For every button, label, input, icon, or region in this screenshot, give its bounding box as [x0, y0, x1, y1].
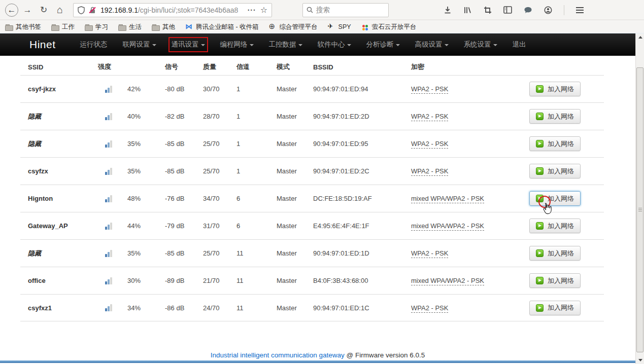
bookmark-item[interactable]: 工作 — [51, 23, 75, 31]
bookmark-item[interactable]: 其他书签 — [5, 23, 41, 31]
channel-value: 11 — [236, 249, 277, 257]
bookmark-label: SPY — [338, 23, 351, 30]
scrollbar-thumb[interactable] — [636, 67, 643, 352]
mode-value: Master — [277, 167, 313, 175]
forward-button[interactable]: → — [20, 3, 35, 17]
crop-icon[interactable] — [484, 6, 492, 14]
encryption-link[interactable]: WPA2 - PSK — [411, 113, 448, 121]
encryption-link[interactable]: mixed WPA/WPA2 - PSK — [411, 222, 484, 231]
search-icon — [307, 7, 313, 13]
join-network-button[interactable]: 加入网络 — [529, 246, 581, 261]
nav-menu-label: 编程网络 — [220, 40, 248, 49]
join-network-button[interactable]: 加入网络 — [529, 109, 581, 124]
sidebar-icon[interactable] — [503, 6, 512, 14]
mail-icon — [185, 24, 193, 30]
footer-divider — [0, 360, 635, 363]
join-network-button[interactable]: 加入网络 — [529, 219, 581, 233]
globe-icon — [269, 24, 277, 30]
nav-menu-item[interactable]: 高级设置 — [415, 40, 449, 49]
nav-menu-item[interactable]: 软件中心 — [318, 40, 351, 49]
bookmark-item[interactable]: 学习 — [85, 23, 108, 31]
nav-menu-item[interactable]: 编程网络 — [220, 40, 254, 49]
ssid-label: 隐藏 — [28, 140, 41, 148]
encryption-link[interactable]: WPA2 - PSK — [411, 140, 448, 149]
bookmark-item[interactable]: 生活 — [118, 23, 142, 31]
signal-db: -86 dB — [165, 304, 203, 312]
join-network-button[interactable]: 加入网络 — [529, 82, 581, 96]
mode-value: Master — [277, 195, 313, 202]
encryption-link[interactable]: mixed WPA/WPA2 - PSK — [411, 195, 484, 203]
signal-db: -79 dB — [165, 222, 203, 230]
mode-value: Master — [277, 304, 313, 312]
brand-logo[interactable]: Hinet — [29, 39, 56, 51]
reload-button[interactable]: ↻ — [37, 3, 51, 17]
nav-menu-item[interactable]: 运行状态 — [80, 40, 108, 49]
encryption-link[interactable]: mixed WPA/WPA2 - PSK — [411, 277, 484, 285]
encryption-link[interactable]: WPA2 - PSK — [411, 304, 448, 313]
tracking-protection-icon[interactable] — [78, 6, 85, 14]
ssid-label: csyf-jkzx — [28, 85, 56, 93]
insecure-lock-icon[interactable] — [88, 6, 96, 14]
chevron-down-icon — [445, 44, 449, 46]
url-bar[interactable]: 192.168.9.1/cgi-bin/luci/;stok=7643e4b6a… — [73, 3, 272, 17]
join-network-button[interactable]: 加入网络 — [529, 301, 581, 315]
nav-menu-item[interactable]: 工控数据 — [269, 40, 302, 49]
quality-value: 28/70 — [203, 113, 236, 120]
signal-strength-icon — [105, 195, 112, 202]
join-network-label: 加入网络 — [548, 249, 574, 258]
dots-icon — [361, 24, 369, 30]
channel-value: 11 — [236, 277, 277, 284]
join-network-label: 加入网络 — [548, 85, 574, 94]
bookmark-item[interactable]: 萤石云开放平台 — [361, 23, 417, 31]
back-button[interactable]: ← — [5, 4, 18, 17]
table-row: csyf-jkzx 42% -80 dB 30/70 1 Master 90:9… — [20, 75, 604, 102]
nav-menu-item[interactable]: 联网设置 — [123, 40, 156, 49]
search-input[interactable] — [316, 6, 377, 14]
strength-percent: 34% — [127, 304, 141, 312]
nav-menu-item[interactable]: 系统设置 — [464, 40, 497, 49]
channel-value: 11 — [236, 304, 277, 312]
join-network-button[interactable]: 加入网络 — [529, 191, 581, 206]
join-network-button[interactable]: 加入网络 — [529, 273, 581, 288]
encryption-link[interactable]: WPA2 - PSK — [411, 249, 448, 258]
search-bar[interactable] — [302, 3, 389, 17]
scroll-up-arrow[interactable] — [636, 33, 644, 41]
scroll-down-arrow[interactable] — [636, 356, 644, 364]
nav-menu-item[interactable]: 分析诊断 — [366, 40, 400, 49]
play-icon — [536, 85, 544, 93]
browser-window: ← → ↻ ⌂ 192.168.9.1/cgi-bin/luci/;stok=7… — [0, 0, 644, 364]
folder-icon — [118, 24, 126, 30]
bookmark-item[interactable]: 综合管理平台 — [269, 23, 318, 31]
folder-icon — [51, 24, 59, 30]
chevron-down-icon — [152, 44, 156, 46]
home-button[interactable]: ⌂ — [53, 3, 67, 17]
encryption-link[interactable]: WPA2 - PSK — [411, 167, 448, 176]
join-network-button[interactable]: 加入网络 — [529, 164, 581, 178]
nav-menu-item[interactable]: 退出 — [513, 40, 526, 49]
menu-icon[interactable] — [576, 7, 584, 13]
chevron-down-icon — [396, 44, 400, 46]
page-actions-icon[interactable]: ··· — [248, 6, 256, 14]
account-icon[interactable] — [544, 6, 552, 14]
bookmark-item[interactable]: 其他 — [152, 23, 175, 31]
bookmark-item[interactable]: SPY — [328, 23, 351, 30]
bookmark-item[interactable]: 腾讯企业邮箱 - 收件箱 — [185, 23, 259, 31]
signal-strength-icon — [105, 223, 112, 230]
gateway-menu: 运行状态 联网设置 通讯设置 编程网络 工控数据 — [80, 40, 526, 49]
gateway-footer-link[interactable]: Industrial intelligent communication gat… — [211, 351, 345, 359]
play-icon — [536, 113, 544, 120]
wifi-scan-table: SSID 强度 信号 质量 信道 模式 BSSID 加密 csyf-jkzx 4… — [20, 59, 604, 321]
vertical-scrollbar[interactable] — [635, 33, 644, 364]
bookmark-label: 其他书签 — [16, 23, 41, 31]
nav-menu-item[interactable]: 通讯设置 — [172, 40, 205, 49]
join-network-label: 加入网络 — [548, 112, 574, 121]
join-network-button[interactable]: 加入网络 — [529, 136, 581, 151]
chevron-down-icon — [298, 44, 302, 46]
chat-icon[interactable] — [524, 6, 532, 14]
bssid-value: 90:94:97:01:ED:2C — [313, 167, 411, 175]
library-icon[interactable] — [463, 6, 472, 14]
bookmark-star-icon[interactable]: ☆ — [260, 5, 267, 15]
signal-strength-icon — [105, 304, 112, 311]
download-icon[interactable] — [444, 6, 452, 14]
encryption-link[interactable]: WPA2 - PSK — [411, 85, 448, 94]
